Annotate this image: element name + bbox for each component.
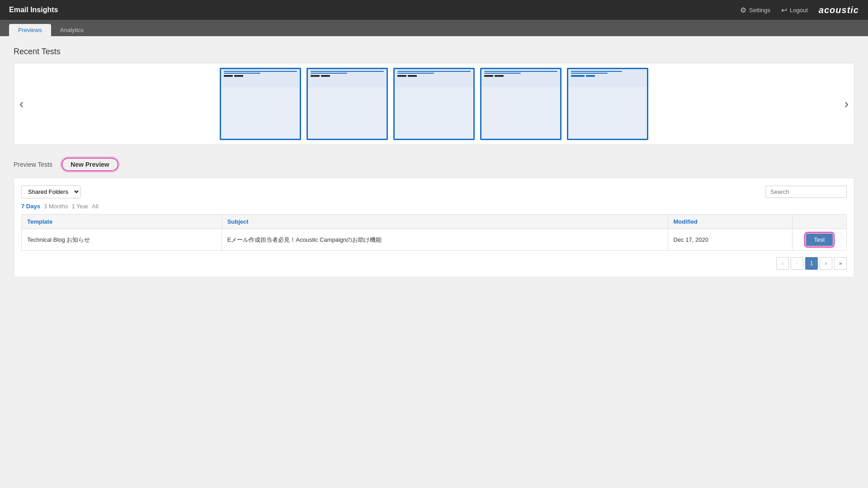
carousel-thumb-2[interactable]	[307, 68, 388, 140]
top-bar: Email Insights Settings Logout acoustic	[0, 0, 868, 20]
preview-tests-label: Preview Tests	[14, 161, 52, 168]
gear-icon	[740, 6, 746, 14]
carousel-thumb-3[interactable]	[393, 68, 475, 140]
column-subject: Subject	[222, 215, 668, 229]
time-filter-1year[interactable]: 1 Year	[71, 203, 88, 210]
logout-link[interactable]: Logout	[781, 6, 808, 14]
carousel-thumb-5[interactable]	[567, 68, 648, 140]
logout-label: Logout	[790, 7, 808, 14]
time-filter-3months[interactable]: 3 Months	[44, 203, 68, 210]
top-bar-actions: Settings Logout acoustic	[740, 5, 859, 15]
time-filter-7days[interactable]: 7 Days	[21, 203, 40, 210]
folder-select[interactable]: Shared Folders My Folders All Folders	[21, 185, 80, 198]
settings-label: Settings	[749, 7, 770, 14]
pagination-last[interactable]: »	[834, 257, 847, 270]
pagination-prev[interactable]: ‹	[791, 257, 803, 270]
recent-tests-title: Recent Tests	[14, 47, 854, 56]
preview-tests-header: Preview Tests New Preview	[14, 158, 854, 171]
column-action	[793, 215, 847, 229]
time-filter-all[interactable]: All	[92, 203, 98, 210]
pagination-page-1[interactable]: 1	[805, 257, 818, 270]
time-filter: 7 Days 3 Months 1 Year All	[21, 203, 847, 210]
settings-link[interactable]: Settings	[740, 6, 770, 14]
filter-left: Shared Folders My Folders All Folders	[21, 185, 80, 198]
column-modified: Modified	[668, 215, 792, 229]
pagination-first[interactable]: «	[776, 257, 789, 270]
filter-row: Shared Folders My Folders All Folders	[21, 185, 847, 198]
table-container: Shared Folders My Folders All Folders 7 …	[14, 178, 854, 277]
carousel-next-button[interactable]: ›	[842, 97, 851, 111]
tab-bar: Previews Analytics	[0, 20, 868, 36]
carousel-thumb-1[interactable]	[220, 68, 301, 140]
carousel-thumb-4[interactable]	[480, 68, 561, 140]
app-title: Email Insights	[9, 6, 58, 14]
new-preview-button[interactable]: New Preview	[61, 158, 118, 171]
cell-subject: Eメール作成担当者必見！Acoustic Campaignのお助け機能	[222, 229, 668, 251]
data-table: Template Subject Modified Technical Blog…	[21, 214, 847, 251]
logout-icon	[781, 6, 787, 14]
cell-template: Technical Blog お知らせ	[22, 229, 222, 251]
carousel: ‹	[14, 63, 854, 145]
tab-previews[interactable]: Previews	[9, 24, 51, 36]
table-header-row: Template Subject Modified	[22, 215, 847, 229]
column-template: Template	[22, 215, 222, 229]
search-input[interactable]	[765, 186, 847, 198]
carousel-prev-button[interactable]: ‹	[17, 97, 26, 111]
pagination: « ‹ 1 › »	[21, 257, 847, 270]
table-row: Technical Blog お知らせ Eメール作成担当者必見！Acoustic…	[22, 229, 847, 251]
test-button[interactable]: Test	[806, 234, 833, 246]
main-content: Recent Tests ‹	[0, 36, 868, 488]
tab-analytics[interactable]: Analytics	[51, 24, 93, 36]
brand-logo: acoustic	[819, 5, 859, 15]
cell-modified: Dec 17, 2020	[668, 229, 792, 251]
carousel-items	[32, 68, 836, 140]
pagination-next[interactable]: ›	[820, 257, 832, 270]
cell-action: Test	[793, 229, 847, 251]
